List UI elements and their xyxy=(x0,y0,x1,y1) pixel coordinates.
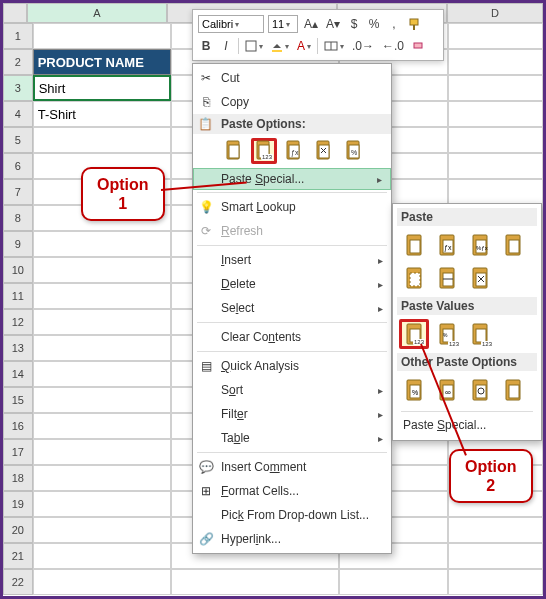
cell-A13[interactable] xyxy=(33,335,171,361)
cell-A16[interactable] xyxy=(33,413,171,439)
menu-insert-comment[interactable]: 💬 Insert Comment xyxy=(193,455,391,479)
clear-format-icon[interactable] xyxy=(410,37,428,55)
menu-copy[interactable]: ⎘ Copy xyxy=(193,90,391,114)
sub-paste-keep-width-icon[interactable] xyxy=(432,263,462,293)
menu-table[interactable]: Table▸ xyxy=(193,426,391,450)
sub-paste-transpose-icon[interactable] xyxy=(465,263,495,293)
sub-paste-values-icon[interactable]: 123 xyxy=(399,319,429,349)
paste-all-icon[interactable] xyxy=(221,138,247,164)
paste-transpose-icon[interactable] xyxy=(311,138,337,164)
menu-quick-analysis[interactable]: ▤ Quick Analysis xyxy=(193,354,391,378)
select-all-corner[interactable] xyxy=(3,3,27,23)
sub-paste-all-icon[interactable] xyxy=(399,230,429,260)
cell-D20[interactable] xyxy=(448,517,543,543)
row-header-19[interactable]: 19 xyxy=(3,491,33,517)
font-name-select[interactable]: Calibri xyxy=(198,15,264,33)
row-header-8[interactable]: 8 xyxy=(3,205,33,231)
cell-D6[interactable] xyxy=(448,153,543,179)
menu-cut[interactable]: ✂ Cut xyxy=(193,66,391,90)
menu-pick-from-list[interactable]: Pick From Drop-down List... xyxy=(193,503,391,527)
bold-button[interactable]: B xyxy=(198,37,214,55)
row-header-12[interactable]: 12 xyxy=(3,309,33,335)
merge-center-button[interactable] xyxy=(322,37,346,55)
decrease-font-button[interactable]: A▾ xyxy=(324,15,342,33)
row-header-22[interactable]: 22 xyxy=(3,569,33,595)
cell-D5[interactable] xyxy=(448,127,543,153)
sub-paste-picture-icon[interactable] xyxy=(465,375,495,405)
sub-paste-no-borders-icon[interactable] xyxy=(399,263,429,293)
menu-hyperlink[interactable]: 🔗 Hyperlink... xyxy=(193,527,391,551)
cell-A15[interactable] xyxy=(33,387,171,413)
cell-C22[interactable] xyxy=(339,569,448,595)
col-header-A[interactable]: A xyxy=(27,3,167,23)
row-header-16[interactable]: 16 xyxy=(3,413,33,439)
paste-formatting-icon[interactable]: % xyxy=(341,138,367,164)
row-header-17[interactable]: 17 xyxy=(3,439,33,465)
increase-font-button[interactable]: A▴ xyxy=(302,15,320,33)
menu-select[interactable]: Select▸ xyxy=(193,296,391,320)
fill-color-button[interactable] xyxy=(269,37,291,55)
italic-button[interactable]: I xyxy=(218,37,234,55)
cell-A11[interactable] xyxy=(33,283,171,309)
row-header-15[interactable]: 15 xyxy=(3,387,33,413)
menu-sort[interactable]: Sort▸ xyxy=(193,378,391,402)
row-header-20[interactable]: 20 xyxy=(3,517,33,543)
cell-A5[interactable] xyxy=(33,127,171,153)
menu-paste-special[interactable]: Paste Special...▸ xyxy=(193,168,391,190)
decrease-decimal-button[interactable]: ←.0 xyxy=(380,37,406,55)
menu-format-cells[interactable]: ⊞ Format Cells... xyxy=(193,479,391,503)
paste-formulas-icon[interactable]: ƒx xyxy=(281,138,307,164)
cell-D3[interactable] xyxy=(448,75,543,101)
cell-D2[interactable] xyxy=(448,49,543,75)
row-header-9[interactable]: 9 xyxy=(3,231,33,257)
cell-A1[interactable] xyxy=(33,23,171,49)
font-size-select[interactable]: 11 xyxy=(268,15,298,33)
cell-A10[interactable] xyxy=(33,257,171,283)
cell-A18[interactable] xyxy=(33,465,171,491)
cell-A9[interactable] xyxy=(33,231,171,257)
cell-D7[interactable] xyxy=(448,179,543,205)
percent-format-button[interactable]: % xyxy=(366,15,382,33)
sub-paste-formulas-icon[interactable]: ƒx xyxy=(432,230,462,260)
row-header-1[interactable]: 1 xyxy=(3,23,33,49)
menu-smart-lookup[interactable]: 💡 Smart Lookup xyxy=(193,195,391,219)
sub-paste-linked-picture-icon[interactable] xyxy=(498,375,528,405)
cell-A3[interactable]: Shirt xyxy=(33,75,171,101)
cell-A22[interactable] xyxy=(33,569,171,595)
borders-button[interactable] xyxy=(243,37,265,55)
row-header-6[interactable]: 6 xyxy=(3,153,33,179)
cell-D1[interactable] xyxy=(448,23,543,49)
cell-A19[interactable] xyxy=(33,491,171,517)
row-header-11[interactable]: 11 xyxy=(3,283,33,309)
cell-D21[interactable] xyxy=(448,543,543,569)
row-header-18[interactable]: 18 xyxy=(3,465,33,491)
cell-A4[interactable]: T-Shirt xyxy=(33,101,171,127)
cell-A20[interactable] xyxy=(33,517,171,543)
cell-A12[interactable] xyxy=(33,309,171,335)
row-header-14[interactable]: 14 xyxy=(3,361,33,387)
cell-A2-product-name[interactable]: PRODUCT NAME xyxy=(33,49,171,75)
sub-paste-values-source-icon[interactable]: 123 xyxy=(465,319,495,349)
row-header-10[interactable]: 10 xyxy=(3,257,33,283)
menu-insert[interactable]: Insert▸ xyxy=(193,248,391,272)
row-header-3[interactable]: 3 xyxy=(3,75,33,101)
row-header-7[interactable]: 7 xyxy=(3,179,33,205)
cell-B22[interactable] xyxy=(171,569,339,595)
row-header-13[interactable]: 13 xyxy=(3,335,33,361)
format-painter-icon[interactable] xyxy=(406,15,424,33)
sub-paste-keep-source-icon[interactable] xyxy=(498,230,528,260)
comma-format-button[interactable]: , xyxy=(386,15,402,33)
paste-values-icon[interactable]: 123 xyxy=(251,138,277,164)
menu-delete[interactable]: Delete▸ xyxy=(193,272,391,296)
cell-A21[interactable] xyxy=(33,543,171,569)
cell-D22[interactable] xyxy=(448,569,543,595)
sub-paste-formatting-icon[interactable]: % xyxy=(399,375,429,405)
cell-A17[interactable] xyxy=(33,439,171,465)
increase-decimal-button[interactable]: .0→ xyxy=(350,37,376,55)
submenu-paste-special-link[interactable]: Paste Special... xyxy=(397,414,537,436)
sub-paste-values-num-icon[interactable]: %123 xyxy=(432,319,462,349)
row-header-2[interactable]: 2 xyxy=(3,49,33,75)
menu-clear-contents[interactable]: Clear Contents xyxy=(193,325,391,349)
row-header-4[interactable]: 4 xyxy=(3,101,33,127)
cell-A14[interactable] xyxy=(33,361,171,387)
